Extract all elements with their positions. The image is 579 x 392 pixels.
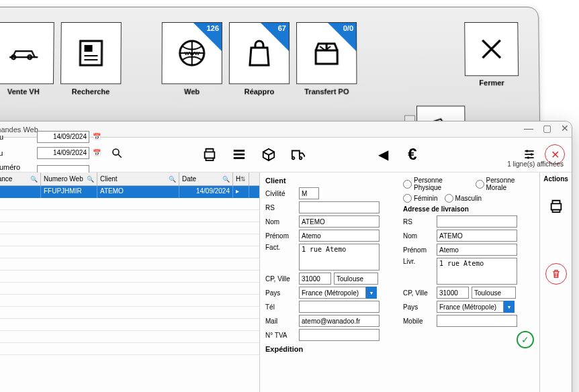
livr-ville-input[interactable] bbox=[472, 287, 516, 299]
cell-client: ATEMO bbox=[97, 186, 179, 198]
livr-addr-input[interactable] bbox=[437, 258, 517, 285]
table-row[interactable]: OWEB FFUPJHMIR ATEMO 14/09/2024 ▸ bbox=[0, 186, 259, 198]
package-icon[interactable] bbox=[261, 147, 276, 162]
tel-input[interactable] bbox=[299, 301, 380, 313]
livr-rs-label: RS bbox=[403, 218, 434, 226]
commandes-web-window: Commandes Web — ▢ ✕ ▾ Du 📅 ▾ Au 📅 bbox=[0, 121, 572, 392]
tile-label: Réappro bbox=[230, 87, 289, 95]
tile-label: Web bbox=[162, 87, 221, 95]
col-date[interactable]: Date🔍 bbox=[179, 173, 233, 185]
col-numero[interactable]: Numero Web🔍 bbox=[41, 173, 97, 185]
col-client[interactable]: Client🔍 bbox=[97, 173, 179, 185]
rs-label: RS bbox=[265, 204, 296, 211]
livr-cp-input[interactable] bbox=[437, 287, 469, 299]
col-provenance[interactable]: Provenance🔍 bbox=[0, 173, 41, 185]
radio-morale[interactable] bbox=[476, 180, 484, 189]
print-icon[interactable] bbox=[202, 147, 217, 162]
prenom-input[interactable] bbox=[299, 230, 380, 242]
result-count: 1 ligne(s) affichées bbox=[507, 160, 564, 168]
svg-rect-0 bbox=[80, 41, 101, 65]
tile-label: Transfert PO bbox=[297, 87, 356, 95]
svg-point-16 bbox=[527, 156, 529, 158]
cell-h: ▸ bbox=[233, 186, 249, 198]
tile-label: Vente VH bbox=[0, 87, 53, 95]
badge-text: 0/0 bbox=[343, 24, 353, 32]
svg-point-6 bbox=[113, 149, 119, 155]
civilite-input[interactable] bbox=[299, 187, 319, 199]
tile-label: Fermer bbox=[465, 79, 519, 87]
livr-prenom-label: Prénom bbox=[403, 246, 434, 254]
cpville-label: CP, Ville bbox=[265, 275, 296, 283]
svg-point-15 bbox=[531, 153, 533, 155]
tva-input[interactable] bbox=[299, 329, 380, 341]
chevron-down-icon[interactable]: ▾ bbox=[366, 287, 377, 299]
tile-vente-vh[interactable]: Vente VH bbox=[0, 22, 54, 84]
cell-provenance: OWEB bbox=[0, 186, 41, 198]
ville-input[interactable] bbox=[334, 273, 378, 285]
action-delete-button[interactable] bbox=[545, 263, 567, 285]
livr-pays-combo[interactable] bbox=[437, 301, 504, 313]
chevron-down-icon[interactable]: ▾ bbox=[504, 301, 515, 313]
calendar-icon[interactable]: 📅 bbox=[92, 148, 101, 158]
back-arrow-icon[interactable]: ◀ bbox=[375, 147, 390, 162]
mail-input[interactable] bbox=[299, 315, 380, 327]
civilite-label: Civilité bbox=[265, 190, 296, 197]
truck-icon[interactable] bbox=[291, 147, 306, 162]
radio-feminin[interactable] bbox=[403, 194, 412, 203]
rs-input[interactable] bbox=[299, 201, 380, 213]
confirm-button[interactable]: ✓ bbox=[517, 331, 534, 348]
close-window-button[interactable]: ✕ bbox=[561, 123, 569, 134]
menu-icon[interactable] bbox=[232, 147, 247, 162]
filter-block: ▾ Du 📅 ▾ Au 📅 ▾ Numéro web bbox=[0, 131, 124, 179]
livr-prenom-input[interactable] bbox=[437, 244, 517, 256]
calendar-icon[interactable]: 📅 bbox=[92, 132, 101, 142]
tva-label: N° TVA bbox=[265, 332, 296, 339]
livr-addr-label: Livr. bbox=[403, 258, 434, 265]
mobile-label: Mobile bbox=[403, 317, 434, 325]
actions-panel: Actions bbox=[539, 173, 572, 392]
tile-reappro[interactable]: 67 Réappro bbox=[229, 22, 290, 84]
livr-pays-label: Pays bbox=[403, 303, 434, 311]
nom-input[interactable] bbox=[299, 215, 380, 228]
close-icon bbox=[476, 34, 506, 64]
euro-icon[interactable]: € bbox=[405, 147, 420, 162]
svg-line-7 bbox=[118, 154, 122, 158]
cp-input[interactable] bbox=[299, 273, 331, 285]
document-icon bbox=[75, 37, 107, 69]
radio-physique[interactable] bbox=[403, 180, 412, 189]
tile-web[interactable]: 126 WWW Web bbox=[162, 22, 222, 84]
prenom-label: Prénom bbox=[265, 232, 296, 240]
maximize-button[interactable]: ▢ bbox=[543, 123, 551, 134]
settings-sliders-icon[interactable] bbox=[522, 147, 537, 162]
date-du-input[interactable] bbox=[37, 131, 89, 143]
content-area: Provenance🔍 Numero Web🔍 Client🔍 Date🔍 H⇅… bbox=[0, 173, 572, 392]
livraison-column: Personne Physique Personne Morale Fémini… bbox=[403, 177, 534, 356]
action-print-button[interactable] bbox=[546, 196, 566, 216]
pays-label: Pays bbox=[265, 289, 296, 297]
tel-label: Tél bbox=[265, 303, 296, 311]
fact-input[interactable] bbox=[299, 244, 380, 271]
pays-combo[interactable] bbox=[299, 287, 366, 299]
minimize-button[interactable]: — bbox=[524, 123, 533, 134]
livr-rs-input[interactable] bbox=[437, 215, 517, 228]
livr-cpville-label: CP, Ville bbox=[403, 289, 434, 297]
radio-masculin[interactable] bbox=[445, 194, 453, 203]
livr-nom-input[interactable] bbox=[437, 230, 517, 242]
filter-du-label: Du bbox=[0, 133, 34, 141]
filter-au-label: Au bbox=[0, 149, 34, 157]
badge-text: 67 bbox=[278, 24, 286, 32]
svg-point-14 bbox=[526, 150, 528, 152]
livraison-header: Adresse de livraison bbox=[403, 205, 534, 213]
livr-nom-label: Nom bbox=[403, 232, 434, 240]
tile-recherche[interactable]: Recherche bbox=[60, 22, 122, 84]
client-header: Client bbox=[265, 177, 396, 185]
tile-row: Vente VH Recherche 126 WWW Web 67 Réappr… bbox=[0, 7, 539, 84]
mobile-input[interactable] bbox=[437, 315, 517, 327]
col-h[interactable]: H⇅ bbox=[233, 173, 249, 185]
tile-fermer[interactable] bbox=[464, 22, 519, 76]
tile-transfert[interactable]: 0/0 Transfert PO bbox=[296, 22, 357, 84]
cell-numero: FFUPJHMIR bbox=[41, 186, 97, 198]
search-icon[interactable] bbox=[109, 146, 124, 160]
fact-label: Fact. bbox=[265, 244, 296, 251]
date-au-input[interactable] bbox=[37, 147, 89, 159]
